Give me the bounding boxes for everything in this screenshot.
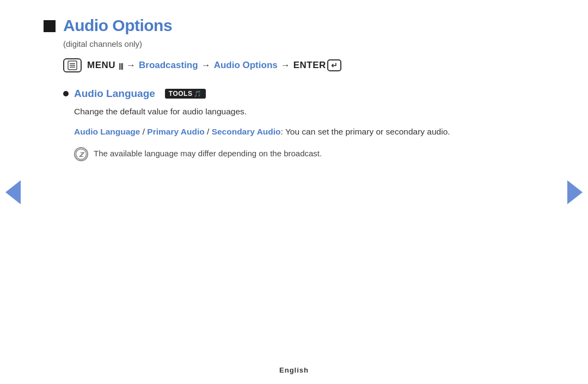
- bullet-section: Audio Language TOOLS 🎵 Change the defaul…: [63, 88, 544, 161]
- inline-link-secondary-audio: Secondary Audio: [212, 127, 281, 136]
- inline-link-primary-audio: Primary Audio: [147, 127, 204, 136]
- subtitle: (digital channels only): [63, 39, 544, 48]
- bullet-dot-icon: [63, 91, 69, 96]
- arrow-3: →: [281, 60, 290, 71]
- tools-badge-label: TOOLS: [169, 90, 193, 97]
- separator-2: /: [205, 127, 212, 136]
- inline-link-audio-language: Audio Language: [74, 127, 140, 136]
- svg-text:ℤ: ℤ: [79, 151, 85, 158]
- arrow-2: →: [201, 60, 211, 71]
- footer-language: English: [279, 366, 309, 374]
- bullet-row: Audio Language TOOLS 🎵: [63, 88, 544, 100]
- arrow-1: →: [126, 60, 136, 71]
- page-title: Audio Options: [63, 16, 172, 35]
- enter-label: ENTER ↵: [293, 59, 342, 71]
- menu-path: MENU ||| → Broadcasting → Audio Options …: [63, 58, 544, 72]
- nav-left-button[interactable]: [5, 180, 21, 204]
- note-row: ℤ The available language may differ depe…: [74, 147, 544, 161]
- note-icon: ℤ: [74, 147, 88, 161]
- breadcrumb-audio-options: Audio Options: [214, 60, 278, 71]
- menu-bars-decoration: |||: [119, 62, 123, 70]
- enter-box-icon: ↵: [327, 59, 342, 71]
- page-container: Audio Options (digital channels only) ME…: [0, 0, 588, 384]
- breadcrumb-broadcasting: Broadcasting: [139, 60, 198, 71]
- inline-description: Audio Language / Primary Audio / Seconda…: [74, 125, 544, 139]
- nav-right-button[interactable]: [567, 180, 583, 204]
- menu-label: MENU: [87, 60, 115, 71]
- tools-note-icon: 🎵: [194, 90, 202, 97]
- description-text: Change the default value for audio langu…: [74, 105, 544, 118]
- menu-icon: [63, 58, 82, 72]
- note-text: The available language may differ depend…: [94, 147, 322, 160]
- section-title: Audio Language: [74, 88, 155, 100]
- inline-suffix: : You can set the primary or secondary a…: [281, 127, 450, 136]
- separator-1: /: [140, 127, 147, 136]
- title-row: Audio Options: [44, 16, 544, 35]
- title-square-icon: [44, 20, 56, 32]
- svg-rect-1: [70, 63, 75, 64]
- svg-rect-2: [70, 65, 75, 66]
- svg-rect-3: [70, 67, 75, 68]
- tools-badge: TOOLS 🎵: [165, 89, 206, 99]
